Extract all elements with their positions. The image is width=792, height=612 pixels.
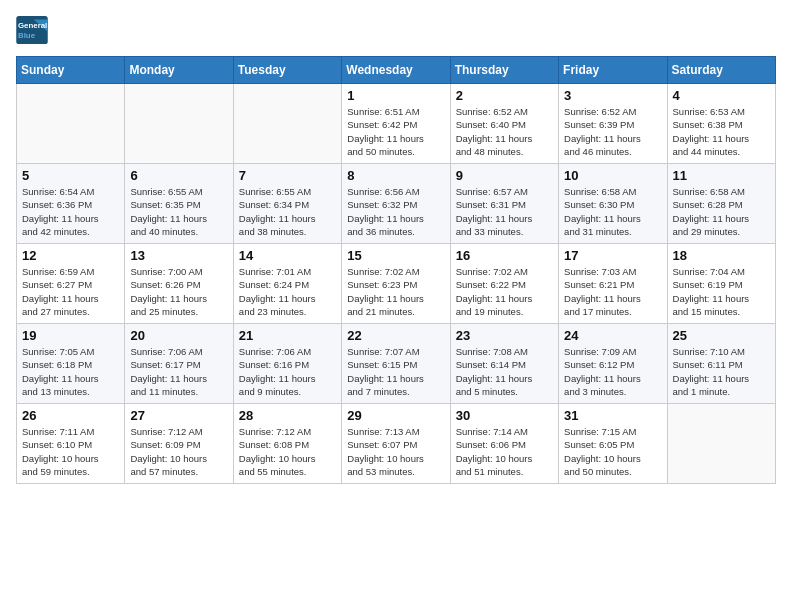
day-number-28: 28 (239, 408, 336, 423)
day-cell-7: 7Sunrise: 6:55 AM Sunset: 6:34 PM Daylig… (233, 164, 341, 244)
day-info-16: Sunrise: 7:02 AM Sunset: 6:22 PM Dayligh… (456, 265, 553, 318)
day-number-14: 14 (239, 248, 336, 263)
day-number-31: 31 (564, 408, 661, 423)
day-number-21: 21 (239, 328, 336, 343)
day-info-8: Sunrise: 6:56 AM Sunset: 6:32 PM Dayligh… (347, 185, 444, 238)
day-cell-1: 1Sunrise: 6:51 AM Sunset: 6:42 PM Daylig… (342, 84, 450, 164)
day-number-24: 24 (564, 328, 661, 343)
day-cell-11: 11Sunrise: 6:58 AM Sunset: 6:28 PM Dayli… (667, 164, 775, 244)
day-cell-10: 10Sunrise: 6:58 AM Sunset: 6:30 PM Dayli… (559, 164, 667, 244)
day-cell-29: 29Sunrise: 7:13 AM Sunset: 6:07 PM Dayli… (342, 404, 450, 484)
day-number-15: 15 (347, 248, 444, 263)
day-cell-4: 4Sunrise: 6:53 AM Sunset: 6:38 PM Daylig… (667, 84, 775, 164)
day-number-11: 11 (673, 168, 770, 183)
day-cell-23: 23Sunrise: 7:08 AM Sunset: 6:14 PM Dayli… (450, 324, 558, 404)
day-number-6: 6 (130, 168, 227, 183)
day-info-11: Sunrise: 6:58 AM Sunset: 6:28 PM Dayligh… (673, 185, 770, 238)
day-cell-12: 12Sunrise: 6:59 AM Sunset: 6:27 PM Dayli… (17, 244, 125, 324)
day-cell-15: 15Sunrise: 7:02 AM Sunset: 6:23 PM Dayli… (342, 244, 450, 324)
weekday-sunday: Sunday (17, 57, 125, 84)
day-number-13: 13 (130, 248, 227, 263)
day-number-29: 29 (347, 408, 444, 423)
day-info-19: Sunrise: 7:05 AM Sunset: 6:18 PM Dayligh… (22, 345, 119, 398)
weekday-tuesday: Tuesday (233, 57, 341, 84)
day-cell-8: 8Sunrise: 6:56 AM Sunset: 6:32 PM Daylig… (342, 164, 450, 244)
day-number-16: 16 (456, 248, 553, 263)
day-info-5: Sunrise: 6:54 AM Sunset: 6:36 PM Dayligh… (22, 185, 119, 238)
day-info-7: Sunrise: 6:55 AM Sunset: 6:34 PM Dayligh… (239, 185, 336, 238)
day-number-7: 7 (239, 168, 336, 183)
day-info-26: Sunrise: 7:11 AM Sunset: 6:10 PM Dayligh… (22, 425, 119, 478)
calendar: SundayMondayTuesdayWednesdayThursdayFrid… (16, 56, 776, 484)
week-row-3: 12Sunrise: 6:59 AM Sunset: 6:27 PM Dayli… (17, 244, 776, 324)
day-number-30: 30 (456, 408, 553, 423)
day-cell-16: 16Sunrise: 7:02 AM Sunset: 6:22 PM Dayli… (450, 244, 558, 324)
day-info-2: Sunrise: 6:52 AM Sunset: 6:40 PM Dayligh… (456, 105, 553, 158)
day-number-10: 10 (564, 168, 661, 183)
day-cell-18: 18Sunrise: 7:04 AM Sunset: 6:19 PM Dayli… (667, 244, 775, 324)
logo: General Blue (16, 16, 48, 44)
day-info-29: Sunrise: 7:13 AM Sunset: 6:07 PM Dayligh… (347, 425, 444, 478)
day-info-20: Sunrise: 7:06 AM Sunset: 6:17 PM Dayligh… (130, 345, 227, 398)
week-row-5: 26Sunrise: 7:11 AM Sunset: 6:10 PM Dayli… (17, 404, 776, 484)
weekday-header-row: SundayMondayTuesdayWednesdayThursdayFrid… (17, 57, 776, 84)
day-cell-2: 2Sunrise: 6:52 AM Sunset: 6:40 PM Daylig… (450, 84, 558, 164)
day-number-20: 20 (130, 328, 227, 343)
day-number-19: 19 (22, 328, 119, 343)
day-info-12: Sunrise: 6:59 AM Sunset: 6:27 PM Dayligh… (22, 265, 119, 318)
empty-cell (17, 84, 125, 164)
day-cell-5: 5Sunrise: 6:54 AM Sunset: 6:36 PM Daylig… (17, 164, 125, 244)
day-number-12: 12 (22, 248, 119, 263)
day-number-5: 5 (22, 168, 119, 183)
empty-cell (125, 84, 233, 164)
day-info-13: Sunrise: 7:00 AM Sunset: 6:26 PM Dayligh… (130, 265, 227, 318)
day-cell-25: 25Sunrise: 7:10 AM Sunset: 6:11 PM Dayli… (667, 324, 775, 404)
day-info-23: Sunrise: 7:08 AM Sunset: 6:14 PM Dayligh… (456, 345, 553, 398)
day-cell-22: 22Sunrise: 7:07 AM Sunset: 6:15 PM Dayli… (342, 324, 450, 404)
day-info-4: Sunrise: 6:53 AM Sunset: 6:38 PM Dayligh… (673, 105, 770, 158)
day-info-3: Sunrise: 6:52 AM Sunset: 6:39 PM Dayligh… (564, 105, 661, 158)
day-info-24: Sunrise: 7:09 AM Sunset: 6:12 PM Dayligh… (564, 345, 661, 398)
weekday-thursday: Thursday (450, 57, 558, 84)
day-number-3: 3 (564, 88, 661, 103)
empty-cell (667, 404, 775, 484)
day-cell-20: 20Sunrise: 7:06 AM Sunset: 6:17 PM Dayli… (125, 324, 233, 404)
day-number-8: 8 (347, 168, 444, 183)
day-info-15: Sunrise: 7:02 AM Sunset: 6:23 PM Dayligh… (347, 265, 444, 318)
day-cell-14: 14Sunrise: 7:01 AM Sunset: 6:24 PM Dayli… (233, 244, 341, 324)
day-cell-30: 30Sunrise: 7:14 AM Sunset: 6:06 PM Dayli… (450, 404, 558, 484)
day-cell-19: 19Sunrise: 7:05 AM Sunset: 6:18 PM Dayli… (17, 324, 125, 404)
day-info-21: Sunrise: 7:06 AM Sunset: 6:16 PM Dayligh… (239, 345, 336, 398)
day-info-30: Sunrise: 7:14 AM Sunset: 6:06 PM Dayligh… (456, 425, 553, 478)
day-cell-26: 26Sunrise: 7:11 AM Sunset: 6:10 PM Dayli… (17, 404, 125, 484)
weekday-saturday: Saturday (667, 57, 775, 84)
day-number-26: 26 (22, 408, 119, 423)
day-number-25: 25 (673, 328, 770, 343)
empty-cell (233, 84, 341, 164)
day-number-4: 4 (673, 88, 770, 103)
day-cell-17: 17Sunrise: 7:03 AM Sunset: 6:21 PM Dayli… (559, 244, 667, 324)
weekday-friday: Friday (559, 57, 667, 84)
svg-text:General: General (18, 21, 47, 30)
day-cell-6: 6Sunrise: 6:55 AM Sunset: 6:35 PM Daylig… (125, 164, 233, 244)
day-info-9: Sunrise: 6:57 AM Sunset: 6:31 PM Dayligh… (456, 185, 553, 238)
week-row-2: 5Sunrise: 6:54 AM Sunset: 6:36 PM Daylig… (17, 164, 776, 244)
day-cell-13: 13Sunrise: 7:00 AM Sunset: 6:26 PM Dayli… (125, 244, 233, 324)
page-header: General Blue (16, 16, 776, 44)
day-number-17: 17 (564, 248, 661, 263)
logo-icon: General Blue (16, 16, 48, 44)
day-number-2: 2 (456, 88, 553, 103)
day-number-22: 22 (347, 328, 444, 343)
weekday-wednesday: Wednesday (342, 57, 450, 84)
day-cell-27: 27Sunrise: 7:12 AM Sunset: 6:09 PM Dayli… (125, 404, 233, 484)
day-info-18: Sunrise: 7:04 AM Sunset: 6:19 PM Dayligh… (673, 265, 770, 318)
day-info-6: Sunrise: 6:55 AM Sunset: 6:35 PM Dayligh… (130, 185, 227, 238)
day-number-23: 23 (456, 328, 553, 343)
day-number-9: 9 (456, 168, 553, 183)
svg-text:Blue: Blue (18, 31, 36, 40)
day-cell-21: 21Sunrise: 7:06 AM Sunset: 6:16 PM Dayli… (233, 324, 341, 404)
week-row-4: 19Sunrise: 7:05 AM Sunset: 6:18 PM Dayli… (17, 324, 776, 404)
day-info-14: Sunrise: 7:01 AM Sunset: 6:24 PM Dayligh… (239, 265, 336, 318)
weekday-monday: Monday (125, 57, 233, 84)
day-info-10: Sunrise: 6:58 AM Sunset: 6:30 PM Dayligh… (564, 185, 661, 238)
